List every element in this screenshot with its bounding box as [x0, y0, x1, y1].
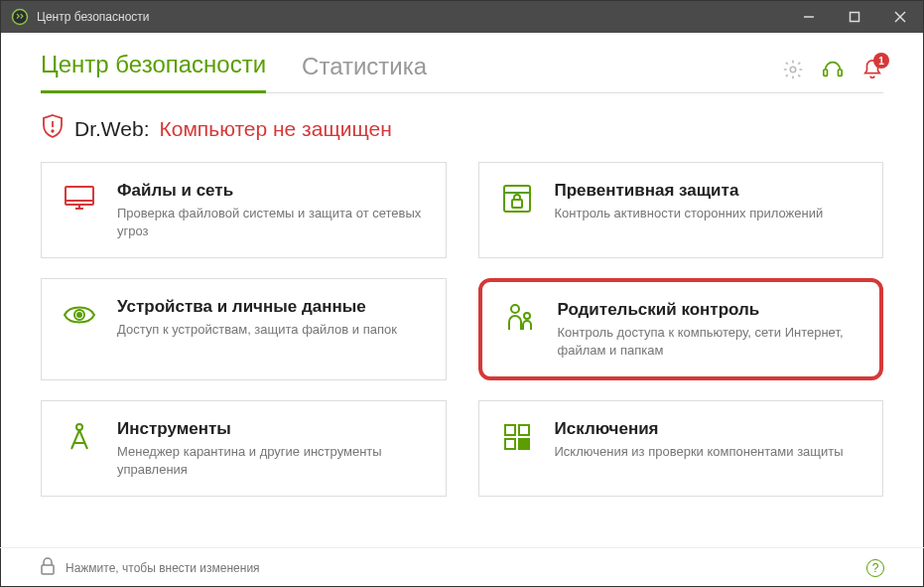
- lock-window-icon: [499, 181, 535, 217]
- card-grid: Файлы и сеть Проверка файловой системы и…: [41, 162, 883, 497]
- notifications-icon[interactable]: 1: [861, 59, 883, 80]
- card-parental-control[interactable]: Родительский контроль Контроль доступа к…: [478, 278, 884, 380]
- eye-icon: [62, 297, 97, 333]
- maximize-button[interactable]: [832, 1, 877, 33]
- close-button[interactable]: [877, 1, 923, 33]
- svg-rect-2: [851, 13, 859, 22]
- card-tools[interactable]: Инструменты Менеджер карантина и другие …: [41, 400, 447, 497]
- svg-rect-10: [66, 187, 93, 205]
- footer-text[interactable]: Нажмите, чтобы внести изменения: [66, 561, 260, 575]
- status-bar: Dr.Web: Компьютер не защищен: [41, 113, 883, 144]
- svg-point-9: [52, 130, 54, 132]
- card-title: Превентивная защита: [555, 181, 824, 201]
- card-title: Инструменты: [117, 419, 426, 439]
- card-desc: Проверка файловой системы и защита от се…: [117, 205, 426, 239]
- svg-rect-28: [519, 439, 529, 449]
- svg-point-21: [76, 424, 82, 430]
- settings-icon[interactable]: [782, 59, 804, 80]
- svg-rect-6: [824, 70, 828, 75]
- card-exclusions[interactable]: Исключения Исключения из проверки компон…: [478, 400, 884, 497]
- compass-icon: [62, 419, 97, 455]
- card-title: Исключения: [555, 419, 844, 439]
- status-message: Компьютер не защищен: [159, 117, 391, 141]
- card-desc: Контроль доступа к компьютеру, сети Инте…: [558, 324, 860, 359]
- tabs: Центр безопасности Статистика 1: [41, 51, 883, 93]
- footer: Нажмите, чтобы внести изменения ?: [0, 547, 924, 587]
- card-files-network[interactable]: Файлы и сеть Проверка файловой системы и…: [41, 162, 447, 258]
- svg-rect-7: [839, 70, 843, 75]
- app-icon: [11, 8, 29, 26]
- card-title: Файлы и сеть: [117, 181, 426, 201]
- svg-point-0: [13, 10, 28, 25]
- monitor-icon: [62, 181, 97, 217]
- svg-rect-16: [512, 200, 522, 208]
- svg-point-20: [524, 313, 530, 319]
- window-title: Центр безопасности: [37, 10, 786, 24]
- card-desc: Исключения из проверки компонентами защи…: [555, 443, 844, 461]
- tab-statistics[interactable]: Статистика: [302, 53, 427, 92]
- svg-rect-27: [505, 439, 515, 449]
- notification-badge: 1: [873, 53, 889, 69]
- help-icon[interactable]: ?: [866, 559, 884, 577]
- minimize-button[interactable]: [786, 1, 832, 33]
- card-title: Устройства и личные данные: [117, 297, 397, 317]
- svg-line-23: [79, 430, 87, 449]
- card-desc: Контроль активности сторонних приложений: [555, 205, 824, 222]
- support-icon[interactable]: [822, 59, 844, 80]
- svg-point-5: [790, 67, 796, 73]
- lock-icon[interactable]: [40, 557, 56, 578]
- tab-security[interactable]: Центр безопасности: [41, 51, 266, 93]
- svg-point-18: [77, 313, 81, 317]
- svg-line-22: [71, 430, 79, 449]
- apps-icon: [499, 419, 535, 455]
- family-icon: [502, 300, 538, 336]
- card-desc: Доступ к устройствам, защита файлов и па…: [117, 321, 397, 339]
- titlebar: Центр безопасности: [1, 1, 923, 33]
- card-devices[interactable]: Устройства и личные данные Доступ к устр…: [41, 278, 447, 380]
- svg-rect-29: [42, 565, 54, 574]
- svg-point-19: [511, 305, 519, 313]
- window-controls: [786, 1, 923, 33]
- status-brand: Dr.Web:: [74, 117, 149, 141]
- svg-rect-25: [505, 425, 515, 435]
- card-title: Родительский контроль: [558, 300, 860, 320]
- svg-rect-26: [519, 425, 529, 435]
- card-desc: Менеджер карантина и другие инструменты …: [117, 443, 426, 478]
- card-preventive[interactable]: Превентивная защита Контроль активности …: [478, 162, 884, 258]
- shield-warning-icon: [41, 113, 65, 144]
